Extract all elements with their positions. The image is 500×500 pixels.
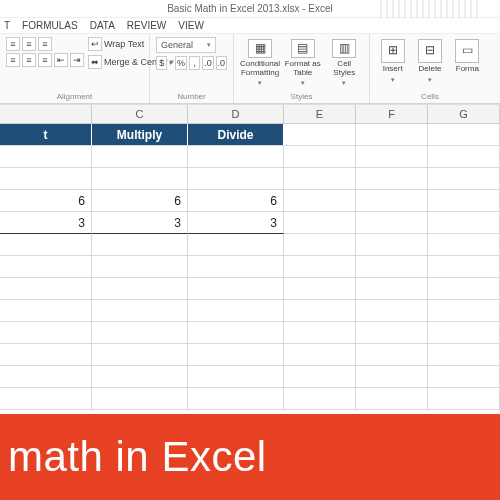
cell[interactable]: [92, 146, 188, 168]
cell[interactable]: [284, 344, 356, 366]
col-header-g[interactable]: G: [428, 105, 500, 123]
cell[interactable]: [356, 322, 428, 344]
col-header-c[interactable]: C: [92, 105, 188, 123]
header-cell[interactable]: Multiply: [92, 124, 188, 146]
cell[interactable]: [428, 146, 500, 168]
cell[interactable]: [356, 234, 428, 256]
col-header-d[interactable]: D: [188, 105, 284, 123]
cell[interactable]: [356, 190, 428, 212]
align-left-icon[interactable]: ≡: [6, 53, 20, 67]
cell[interactable]: [188, 234, 284, 256]
format-as-table-button[interactable]: ▤ Format as Table ▾: [284, 37, 322, 87]
tab-cut[interactable]: T: [4, 20, 10, 31]
cell[interactable]: [92, 278, 188, 300]
header-cell[interactable]: Divide: [188, 124, 284, 146]
cell[interactable]: [284, 256, 356, 278]
cell[interactable]: [428, 300, 500, 322]
cell[interactable]: [428, 366, 500, 388]
cell[interactable]: [0, 146, 92, 168]
cell[interactable]: [284, 124, 356, 146]
align-middle-icon[interactable]: ≡: [22, 37, 36, 51]
cell[interactable]: [428, 344, 500, 366]
cell[interactable]: [428, 124, 500, 146]
cell[interactable]: 6: [188, 190, 284, 212]
cell[interactable]: [428, 168, 500, 190]
cell[interactable]: [428, 256, 500, 278]
cell[interactable]: [284, 278, 356, 300]
tab-review[interactable]: REVIEW: [127, 20, 166, 31]
col-header-f[interactable]: F: [356, 105, 428, 123]
cell[interactable]: [92, 322, 188, 344]
cell-styles-button[interactable]: ▥ Cell Styles ▾: [326, 37, 364, 87]
header-cell[interactable]: t: [0, 124, 92, 146]
cell[interactable]: [356, 300, 428, 322]
cell[interactable]: [188, 388, 284, 410]
cell[interactable]: [284, 234, 356, 256]
cell[interactable]: [428, 388, 500, 410]
col-header-e[interactable]: E: [284, 105, 356, 123]
wrap-text-icon[interactable]: ↩: [88, 37, 102, 51]
cell[interactable]: 3: [188, 212, 284, 234]
cell[interactable]: [0, 234, 92, 256]
cell[interactable]: [284, 168, 356, 190]
number-format-select[interactable]: General ▾: [156, 37, 216, 53]
cell[interactable]: [0, 300, 92, 322]
cell[interactable]: [188, 322, 284, 344]
cell[interactable]: 3: [0, 212, 92, 234]
comma-icon[interactable]: ,: [189, 56, 200, 70]
align-top-icon[interactable]: ≡: [6, 37, 20, 51]
align-bottom-icon[interactable]: ≡: [38, 37, 52, 51]
decrease-decimal-icon[interactable]: .0: [216, 56, 227, 70]
align-right-icon[interactable]: ≡: [38, 53, 52, 67]
cell[interactable]: [284, 322, 356, 344]
cell[interactable]: [92, 234, 188, 256]
conditional-formatting-button[interactable]: ▦ Conditional Formatting ▾: [240, 37, 280, 87]
cell[interactable]: [284, 212, 356, 234]
cell[interactable]: [92, 344, 188, 366]
cell[interactable]: [92, 256, 188, 278]
cell[interactable]: [356, 278, 428, 300]
cell[interactable]: [92, 300, 188, 322]
tab-data[interactable]: DATA: [90, 20, 115, 31]
format-button[interactable]: ▭ Forma: [451, 37, 484, 87]
tab-view[interactable]: VIEW: [178, 20, 204, 31]
cell[interactable]: [284, 190, 356, 212]
cell[interactable]: [0, 344, 92, 366]
cell[interactable]: [188, 146, 284, 168]
indent-inc-icon[interactable]: ⇥: [70, 53, 84, 67]
cell[interactable]: [284, 146, 356, 168]
cell[interactable]: 6: [0, 190, 92, 212]
cell[interactable]: [188, 344, 284, 366]
chevron-down-icon[interactable]: ▾: [207, 41, 211, 49]
cell[interactable]: [284, 366, 356, 388]
cell[interactable]: [356, 344, 428, 366]
cell[interactable]: [0, 388, 92, 410]
cell[interactable]: [92, 388, 188, 410]
currency-icon[interactable]: $: [156, 56, 167, 70]
cell[interactable]: [356, 366, 428, 388]
col-header-b[interactable]: [0, 105, 92, 123]
cell[interactable]: [428, 278, 500, 300]
cell[interactable]: [0, 366, 92, 388]
cell[interactable]: [0, 278, 92, 300]
cell[interactable]: [284, 300, 356, 322]
cell[interactable]: [428, 322, 500, 344]
cell[interactable]: [428, 234, 500, 256]
delete-button[interactable]: ⊟ Delete ▾: [413, 37, 446, 87]
cell[interactable]: [188, 256, 284, 278]
worksheet-grid[interactable]: C D E F G t Multiply Divide: [0, 104, 500, 410]
cell[interactable]: 3: [92, 212, 188, 234]
cell[interactable]: [356, 388, 428, 410]
cell[interactable]: [188, 366, 284, 388]
indent-dec-icon[interactable]: ⇤: [54, 53, 68, 67]
cell[interactable]: [0, 322, 92, 344]
cell[interactable]: [188, 168, 284, 190]
chevron-down-icon[interactable]: ▾: [169, 59, 173, 67]
cell[interactable]: [188, 278, 284, 300]
cell[interactable]: [92, 168, 188, 190]
align-center-icon[interactable]: ≡: [22, 53, 36, 67]
cell[interactable]: [92, 366, 188, 388]
cell[interactable]: [356, 212, 428, 234]
cell[interactable]: [284, 388, 356, 410]
percent-icon[interactable]: %: [175, 56, 186, 70]
